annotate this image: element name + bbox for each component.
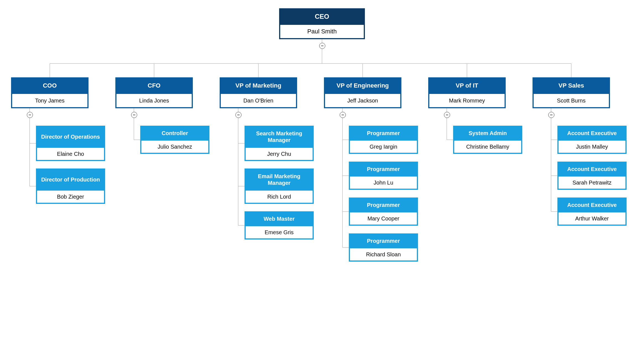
node-name: Scott Burns xyxy=(534,93,609,107)
node-emm[interactable]: Email Marketing Manager Rich Lord xyxy=(245,168,314,204)
collapse-toggle-vpit[interactable] xyxy=(444,112,450,118)
node-title: Email Marketing Manager xyxy=(246,170,313,189)
node-dir-ops[interactable]: Director of Operations Elaine Cho xyxy=(36,126,105,161)
node-name: Greg Iargin xyxy=(350,139,417,153)
node-title: Account Executive xyxy=(559,163,625,175)
minus-icon xyxy=(237,113,240,117)
collapse-toggle-vpeng[interactable] xyxy=(340,112,346,118)
node-name: Arthur Walker xyxy=(559,211,625,225)
node-name: Jerry Chu xyxy=(246,147,313,160)
node-prog-2[interactable]: Programmer John Lu xyxy=(349,162,418,190)
node-title: CFO xyxy=(116,78,192,93)
node-title: Programmer xyxy=(350,163,417,175)
node-name: Sarah Petrawitz xyxy=(559,175,625,189)
collapse-toggle-root[interactable] xyxy=(319,43,325,49)
node-name: Mark Rommey xyxy=(429,93,505,107)
node-name: John Lu xyxy=(350,175,417,189)
node-name: Christine Bellamy xyxy=(454,139,521,153)
minus-icon xyxy=(133,113,136,117)
collapse-toggle-coo[interactable] xyxy=(27,112,33,118)
collapse-toggle-vpmkt[interactable] xyxy=(235,112,242,118)
node-vpmkt[interactable]: VP of Marketing Dan O'Brien xyxy=(220,77,297,108)
node-webmaster[interactable]: Web Master Emese Gris xyxy=(245,211,314,239)
node-controller[interactable]: Controller Julio Sanchez xyxy=(140,126,209,154)
node-vpsales[interactable]: VP Sales Scott Burns xyxy=(533,77,610,108)
node-title: Account Executive xyxy=(559,199,625,211)
node-title: Programmer xyxy=(350,127,417,139)
node-title: Controller xyxy=(141,127,208,139)
node-prog-1[interactable]: Programmer Greg Iargin xyxy=(349,126,418,154)
org-chart: CEO Paul Smith COO Tony James CFO Linda … xyxy=(0,0,644,337)
node-ae-2[interactable]: Account Executive Sarah Petrawitz xyxy=(557,162,627,190)
node-sysadmin[interactable]: System Admin Christine Bellamy xyxy=(453,126,522,154)
node-name: Paul Smith xyxy=(280,24,364,38)
node-name: Mary Cooper xyxy=(350,211,417,225)
node-title: Web Master xyxy=(246,212,313,225)
node-title: VP of Marketing xyxy=(221,78,296,93)
node-title: Director of Operations xyxy=(37,127,104,147)
node-name: Rich Lord xyxy=(246,189,313,203)
node-vpit[interactable]: VP of IT Mark Rommey xyxy=(428,77,506,108)
node-name: Justin Malley xyxy=(559,139,625,153)
node-smm[interactable]: Search Marketing Manager Jerry Chu xyxy=(245,126,314,161)
collapse-toggle-vpsales[interactable] xyxy=(548,112,554,118)
node-vpeng[interactable]: VP of Engineering Jeff Jackson xyxy=(324,77,401,108)
node-name: Linda Jones xyxy=(116,93,192,107)
node-coo[interactable]: COO Tony James xyxy=(11,77,89,108)
node-ceo[interactable]: CEO Paul Smith xyxy=(279,8,365,39)
node-name: Richard Sloan xyxy=(350,247,417,260)
node-cfo[interactable]: CFO Linda Jones xyxy=(115,77,193,108)
node-ae-3[interactable]: Account Executive Arthur Walker xyxy=(557,198,627,226)
node-title: VP Sales xyxy=(534,78,609,93)
node-title: System Admin xyxy=(454,127,521,139)
node-name: Elaine Cho xyxy=(37,147,104,160)
node-title: Search Marketing Manager xyxy=(246,127,313,147)
minus-icon xyxy=(445,113,449,117)
node-title: Director of Production xyxy=(37,170,104,189)
node-prog-3[interactable]: Programmer Mary Cooper xyxy=(349,198,418,226)
node-title: VP of Engineering xyxy=(325,78,400,93)
minus-icon xyxy=(321,44,324,48)
node-name: Emese Gris xyxy=(246,225,313,238)
collapse-toggle-cfo[interactable] xyxy=(131,112,137,118)
node-title: Programmer xyxy=(350,235,417,247)
node-name: Julio Sanchez xyxy=(141,139,208,153)
node-prog-4[interactable]: Programmer Richard Sloan xyxy=(349,233,418,262)
node-name: Dan O'Brien xyxy=(221,93,296,107)
node-name: Tony James xyxy=(12,93,87,107)
node-title: CEO xyxy=(280,9,364,24)
node-name: Bob Zieger xyxy=(37,189,104,203)
minus-icon xyxy=(341,113,344,117)
node-title: Programmer xyxy=(350,199,417,211)
node-ae-1[interactable]: Account Executive Justin Malley xyxy=(557,126,627,154)
node-title: VP of IT xyxy=(429,78,505,93)
minus-icon xyxy=(28,113,32,117)
node-title: Account Executive xyxy=(559,127,625,139)
node-title: COO xyxy=(12,78,87,93)
minus-icon xyxy=(550,113,553,117)
node-dir-prod[interactable]: Director of Production Bob Zieger xyxy=(36,168,105,204)
node-name: Jeff Jackson xyxy=(325,93,400,107)
